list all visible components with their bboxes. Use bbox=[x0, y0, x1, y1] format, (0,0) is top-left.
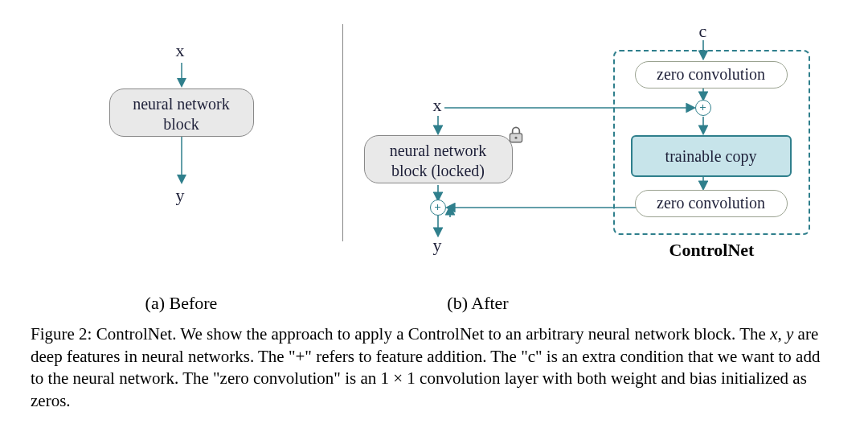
plus-node-bottom: + bbox=[430, 200, 446, 216]
svg-point-15 bbox=[514, 137, 517, 139]
caption-a: (a) Before bbox=[29, 293, 334, 314]
box-trainable-copy: trainable copy bbox=[631, 135, 792, 177]
box-zero-conv-top: zero convolution bbox=[635, 61, 788, 88]
divider-line bbox=[342, 24, 343, 241]
plus-node-top: + bbox=[695, 100, 711, 116]
label-y-b: y bbox=[433, 235, 442, 256]
figure-label: Figure 2: ControlNet. bbox=[31, 324, 176, 344]
label-y: y bbox=[176, 185, 185, 206]
label-c: c bbox=[699, 21, 707, 42]
panel-after: c x y zero convolution + trainable copy … bbox=[358, 16, 840, 314]
caption-b: (b) After bbox=[358, 293, 599, 314]
lock-icon bbox=[506, 124, 526, 145]
diagram-row: x neural network block y (a) Before bbox=[23, 16, 845, 322]
figure-caption: Figure 2: ControlNet. We show the approa… bbox=[23, 323, 845, 413]
controlnet-label: ControlNet bbox=[669, 240, 755, 261]
panel-before: x neural network block y (a) Before bbox=[29, 16, 334, 314]
box-zero-conv-bottom: zero convolution bbox=[635, 190, 788, 217]
label-x: x bbox=[176, 40, 185, 61]
label-x-b: x bbox=[433, 95, 442, 116]
figure-wrap: x neural network block y (a) Before bbox=[0, 0, 868, 419]
box-neural-network-block-locked: neural network block (locked) bbox=[364, 135, 513, 183]
caption-xy: x, y bbox=[770, 324, 793, 344]
caption-s1: We show the approach to apply a ControlN… bbox=[180, 324, 770, 344]
box-neural-network-block: neural network block bbox=[109, 88, 254, 137]
caption-1x1: 1 × 1 bbox=[380, 368, 415, 388]
